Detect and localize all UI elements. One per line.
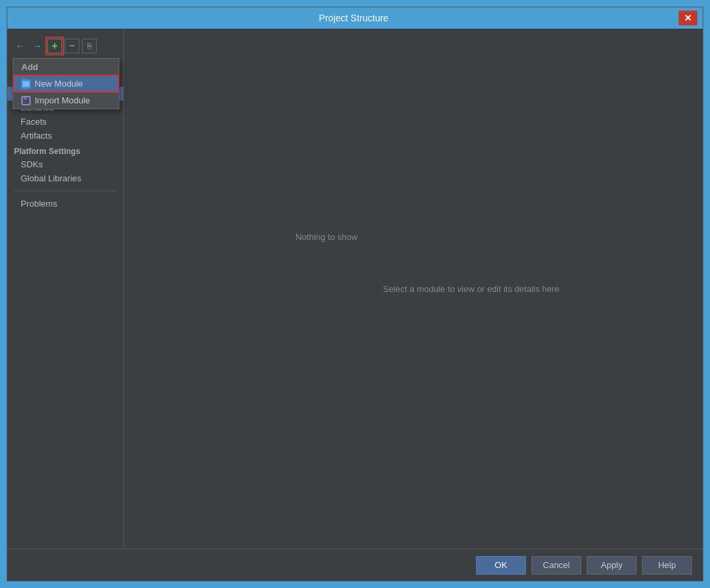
sidebar: ← → + − ⎘ Add New Module bbox=[7, 29, 124, 549]
remove-button[interactable]: − bbox=[65, 39, 79, 53]
app-logo: ▊ bbox=[13, 11, 22, 25]
add-button[interactable]: + bbox=[47, 39, 62, 53]
sidebar-item-global-libraries[interactable]: Global Libraries bbox=[7, 171, 123, 185]
platform-settings-section-label: Platform Settings bbox=[7, 143, 123, 157]
intellij-logo-area: ▊ bbox=[13, 11, 29, 25]
facets-label: Facets bbox=[21, 117, 47, 127]
apply-button[interactable]: Apply bbox=[587, 556, 637, 575]
content-area: ← → + − ⎘ Add New Module bbox=[7, 29, 703, 549]
sidebar-item-facets[interactable]: Facets bbox=[7, 115, 123, 129]
nothing-to-show-text: Nothing to show bbox=[295, 232, 357, 242]
problems-label: Problems bbox=[21, 199, 57, 209]
sidebar-item-problems[interactable]: Problems bbox=[7, 197, 123, 211]
import-module-menu-item[interactable]: Import Module bbox=[13, 92, 119, 109]
minus-icon: − bbox=[69, 40, 75, 52]
sidebar-divider bbox=[14, 191, 117, 191]
import-module-label: Import Module bbox=[35, 95, 90, 105]
sidebar-item-sdks[interactable]: SDKs bbox=[7, 157, 123, 171]
sidebar-item-artifacts[interactable]: Artifacts bbox=[7, 129, 123, 143]
artifacts-label: Artifacts bbox=[21, 131, 52, 141]
select-module-hint-text: Select a module to view or edit its deta… bbox=[383, 284, 559, 294]
copy-icon: ⎘ bbox=[87, 41, 92, 51]
title-bar: ▊ Project Structure ✕ bbox=[7, 7, 703, 29]
import-icon bbox=[21, 96, 31, 105]
help-button[interactable]: Help bbox=[642, 556, 692, 575]
add-dropdown-menu: Add New Module Import Module bbox=[13, 58, 119, 109]
dialog-title: Project Structure bbox=[29, 13, 679, 23]
cancel-button[interactable]: Cancel bbox=[531, 556, 581, 575]
nav-back-button[interactable]: ← bbox=[13, 39, 27, 53]
nav-forward-button[interactable]: → bbox=[30, 39, 45, 53]
sidebar-toolbar: ← → + − ⎘ Add New Module bbox=[7, 34, 123, 58]
global-libraries-label: Global Libraries bbox=[21, 173, 81, 183]
dropdown-header: Add bbox=[13, 59, 119, 75]
main-panel: Nothing to show Select a module to view … bbox=[124, 29, 703, 549]
dialog-footer: OK Cancel Apply Help bbox=[7, 549, 703, 581]
new-module-label: New Module bbox=[35, 79, 83, 89]
ok-button[interactable]: OK bbox=[476, 556, 526, 575]
module-icon bbox=[21, 79, 31, 89]
sdks-label: SDKs bbox=[21, 159, 43, 169]
new-module-menu-item[interactable]: New Module bbox=[13, 75, 119, 92]
plus-icon: + bbox=[51, 40, 57, 52]
copy-button[interactable]: ⎘ bbox=[82, 39, 97, 53]
project-structure-dialog: ▊ Project Structure ✕ ← → + − ⎘ bbox=[7, 7, 703, 581]
close-button[interactable]: ✕ bbox=[679, 11, 697, 25]
